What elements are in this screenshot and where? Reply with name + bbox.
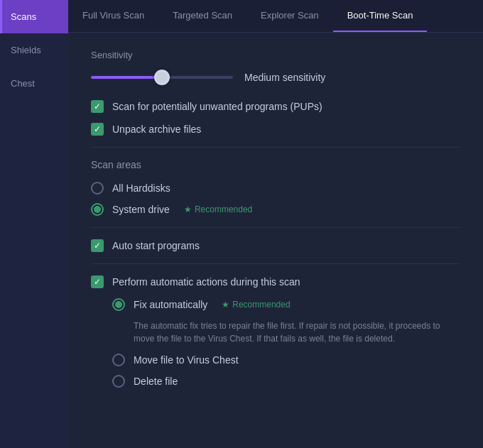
radio-fix-automatically-row: Fix automatically ★ Recommended (112, 298, 460, 311)
auto-actions-checkbox[interactable]: ✓ (91, 275, 104, 288)
check-icon: ✓ (94, 102, 101, 111)
radio-system-drive-inner (94, 206, 101, 213)
sidebar-item-chest-label: Chest (11, 78, 35, 89)
radio-all-harddisks-row: All Harddisks (91, 182, 460, 195)
pup-checkbox-row: ✓ Scan for potentially unwanted programs… (91, 100, 460, 113)
divider-2 (91, 227, 460, 228)
check-icon-4: ✓ (94, 278, 101, 286)
sensitivity-value-label: Medium sensitivity (244, 72, 325, 83)
fix-auto-recommended-badge: ★ Recommended (222, 300, 290, 310)
auto-start-label: Auto start programs (112, 240, 200, 251)
radio-move-file-label: Move file to Virus Chest (134, 354, 239, 366)
radio-all-harddisks[interactable] (91, 182, 104, 195)
tab-full-virus-scan[interactable]: Full Virus Scan (68, 0, 158, 32)
system-drive-recommended-badge: ★ Recommended (184, 204, 252, 214)
divider-1 (91, 147, 460, 148)
unpack-checkbox-row: ✓ Unpack archive files (91, 123, 460, 136)
radio-system-drive-label: System drive (112, 204, 170, 215)
radio-move-file[interactable] (112, 354, 125, 366)
sidebar: Scans Shields Chest (0, 0, 68, 448)
main-panel: Full Virus Scan Targeted Scan Explorer S… (68, 0, 483, 448)
radio-move-file-row: Move file to Virus Chest (112, 354, 460, 366)
sensitivity-label: Sensitivity (91, 50, 460, 60)
check-icon-2: ✓ (94, 125, 101, 133)
sensitivity-slider[interactable] (91, 76, 233, 79)
content-area: Sensitivity Medium sensitivity ✓ Scan fo… (68, 33, 483, 448)
system-drive-recommended-text: Recommended (195, 204, 252, 214)
radio-delete-file-label: Delete file (134, 376, 178, 387)
tab-bar: Full Virus Scan Targeted Scan Explorer S… (68, 0, 483, 33)
radio-system-drive-row: System drive ★ Recommended (91, 203, 460, 216)
tab-boot-time-scan[interactable]: Boot-Time Scan (333, 0, 428, 32)
radio-system-drive[interactable] (91, 203, 104, 216)
fix-auto-recommended-text: Recommended (232, 300, 290, 310)
auto-actions-options: Fix automatically ★ Recommended The auto… (112, 298, 460, 388)
sensitivity-slider-row: Medium sensitivity (91, 72, 460, 83)
auto-actions-label: Perform automatic actions during this sc… (112, 276, 300, 288)
sidebar-item-scans[interactable]: Scans (0, 0, 68, 33)
divider-3 (91, 263, 460, 264)
fix-automatically-description: The automatic fix tries to repair the fi… (134, 319, 460, 345)
auto-start-checkbox[interactable]: ✓ (91, 239, 104, 252)
radio-delete-file[interactable] (112, 375, 125, 388)
radio-fix-automatically-inner (115, 301, 122, 308)
sidebar-item-chest[interactable]: Chest (0, 67, 68, 100)
tab-targeted-scan[interactable]: Targeted Scan (158, 0, 246, 32)
star-icon-2: ★ (222, 300, 229, 310)
slider-thumb[interactable] (154, 70, 170, 85)
tab-explorer-scan[interactable]: Explorer Scan (246, 0, 333, 32)
check-icon-3: ✓ (94, 241, 101, 250)
scan-areas-label: Scan areas (91, 159, 460, 170)
radio-fix-automatically[interactable] (112, 298, 125, 311)
radio-fix-automatically-label: Fix automatically (134, 299, 207, 310)
sidebar-item-shields-label: Shields (11, 45, 41, 55)
sidebar-item-scans-label: Scans (11, 11, 36, 22)
auto-actions-checkbox-row: ✓ Perform automatic actions during this … (91, 275, 460, 288)
pup-label: Scan for potentially unwanted programs (… (112, 101, 322, 112)
pup-checkbox[interactable]: ✓ (91, 100, 104, 113)
unpack-label: Unpack archive files (112, 124, 201, 135)
radio-all-harddisks-label: All Harddisks (112, 182, 170, 194)
unpack-checkbox[interactable]: ✓ (91, 123, 104, 136)
radio-delete-file-row: Delete file (112, 375, 460, 388)
auto-start-checkbox-row: ✓ Auto start programs (91, 239, 460, 252)
sidebar-item-shields[interactable]: Shields (0, 33, 68, 67)
star-icon: ★ (184, 204, 192, 214)
